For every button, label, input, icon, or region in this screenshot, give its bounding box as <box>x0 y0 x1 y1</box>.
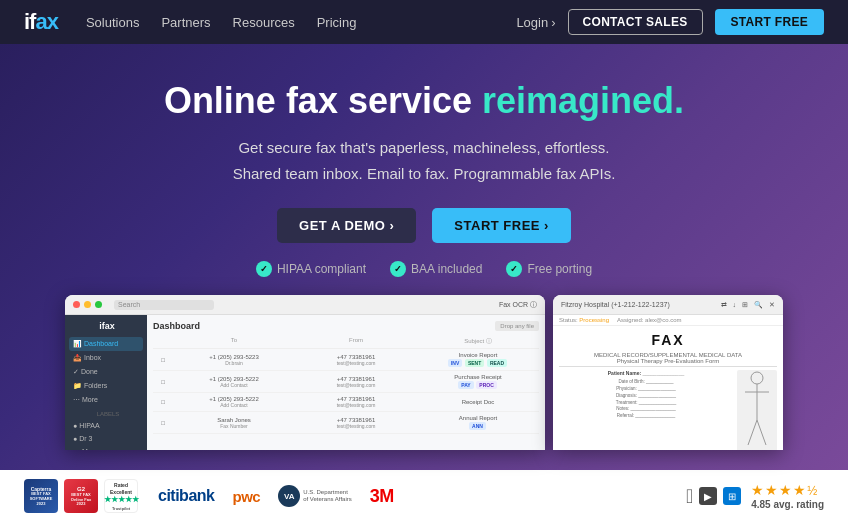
preview-main-header: Dashboard Drop any file <box>153 321 539 331</box>
sidebar-more[interactable]: ⋯ More <box>69 393 143 407</box>
fax-doc-content: Patient Name: _______________ Date of Bi… <box>559 370 777 450</box>
fax-toolbar: ⇄ ↓ ⊞ 🔍 ✕ <box>721 301 776 309</box>
nav-partners[interactable]: Partners <box>161 15 210 30</box>
app-store-section:  ▶ ⊞ <box>686 485 741 508</box>
fax-hospital-name: Fitzroy Hospital (+1-212-122-1237) <box>561 301 670 308</box>
nav-pricing[interactable]: Pricing <box>317 15 357 30</box>
windows-store-icon[interactable]: ⊞ <box>723 487 741 505</box>
search-bar[interactable]: Search <box>114 300 214 310</box>
3m-logo: 3M <box>370 486 394 507</box>
partner-logos: citibank pwc VA U.S. Departmentof Vetera… <box>158 485 686 507</box>
porting-badge: ✓ Free porting <box>506 261 592 277</box>
va-logo: VA U.S. Departmentof Veterans Affairs <box>278 485 352 507</box>
svg-line-4 <box>757 420 766 445</box>
capterra-badge: Capterra BEST FAX SOFTWARE 2023 <box>24 479 58 513</box>
baa-check-icon: ✓ <box>390 261 406 277</box>
logo[interactable]: ifax <box>24 9 58 35</box>
hero-section: Online fax service reimagined. Get secur… <box>0 44 848 470</box>
preview-main: Dashboard Drop any file To From Subject … <box>147 315 545 450</box>
hipaa-check-icon: ✓ <box>256 261 272 277</box>
table-row[interactable]: □ +1 (205) 293-5222Add Contact +47 73381… <box>153 371 539 393</box>
drop-fax-button[interactable]: Drop any file <box>495 321 539 331</box>
sidebar-more2[interactable]: ⋯ More <box>69 445 143 450</box>
hero-buttons: GET A DEMO › START FREE › <box>20 208 828 243</box>
minimize-dot <box>84 301 91 308</box>
dashboard-title: Dashboard <box>153 321 200 331</box>
fax-status-bar: Status: Processing Assigned: alex@co.com <box>553 315 783 326</box>
bottom-bar: Capterra BEST FAX SOFTWARE 2023 G2 BEST … <box>0 470 848 522</box>
citibank-logo: citibank <box>158 487 214 505</box>
fax-document-body: FAX MEDICAL RECORD/SUPPLEMENTAL MEDICAL … <box>553 326 783 450</box>
sidebar-labels-section: LABELS <box>69 411 143 417</box>
svg-line-3 <box>748 420 757 445</box>
demo-button[interactable]: GET A DEMO › <box>277 208 416 243</box>
fax-ocr-label: Fax OCR ⓘ <box>499 300 537 310</box>
sidebar-hipaa[interactable]: ● HIPAA <box>69 419 143 432</box>
apple-store-icon[interactable]:  <box>686 485 693 508</box>
table-row[interactable]: □ +1 (205) 293-5222Add Contact +47 73381… <box>153 393 539 412</box>
trust-badges: ✓ HIPAA compliant ✓ BAA included ✓ Free … <box>20 261 828 277</box>
sidebar-dr3[interactable]: ● Dr 3 <box>69 432 143 445</box>
dashboard-titlebar: Search Fax OCR ⓘ <box>65 295 545 315</box>
rating-section: ★★★★½ 4.85 avg. rating <box>751 482 824 510</box>
fax-document-title: FAX <box>559 332 777 348</box>
hero-start-free-button[interactable]: START FREE › <box>432 208 571 243</box>
preview-sidebar: ifax 📊 Dashboard 📥 Inbox ✓ Done 📁 Folder… <box>65 315 147 450</box>
fax-doc-header: MEDICAL RECORD/SUPPLEMENTAL MEDICAL DATA… <box>559 352 777 367</box>
baa-badge: ✓ BAA included <box>390 261 482 277</box>
fax-titlebar: Fitzroy Hospital (+1-212-122-1237) ⇄ ↓ ⊞… <box>553 295 783 315</box>
fax-preview: Fitzroy Hospital (+1-212-122-1237) ⇄ ↓ ⊞… <box>553 295 783 450</box>
fax-text-column: Patient Name: _______________ Date of Bi… <box>559 370 733 450</box>
fax-body-diagram <box>737 370 777 450</box>
g2-badge: G2 BEST FAX Online Fax 2023 <box>64 479 98 513</box>
star-rating: ★★★★½ <box>751 482 818 498</box>
nav-resources[interactable]: Resources <box>233 15 295 30</box>
login-button[interactable]: Login › <box>516 15 555 30</box>
sidebar-inbox[interactable]: 📥 Inbox <box>69 351 143 365</box>
sidebar-dashboard[interactable]: 📊 Dashboard <box>69 337 143 351</box>
dashboard-preview: Search Fax OCR ⓘ ifax 📊 Dashboard 📥 Inbo… <box>65 295 545 450</box>
hero-title: Online fax service reimagined. <box>20 80 828 121</box>
hero-subtitle: Get secure fax that's paperless, machine… <box>20 135 828 186</box>
svg-point-0 <box>751 372 763 384</box>
avg-rating-text: 4.85 avg. rating <box>751 499 824 510</box>
navbar: ifax Solutions Partners Resources Pricin… <box>0 0 848 44</box>
pwc-logo: pwc <box>232 488 260 505</box>
table-row[interactable]: □ +1 (205) 293-5223Dr.brain +47 73381961… <box>153 349 539 371</box>
porting-check-icon: ✓ <box>506 261 522 277</box>
maximize-dot <box>95 301 102 308</box>
start-free-button[interactable]: START FREE <box>715 9 824 35</box>
nav-right: Login › CONTACT SALES START FREE <box>516 9 824 35</box>
table-row[interactable]: □ Sarah JonesFax Number +47 73381961test… <box>153 412 539 434</box>
contact-sales-button[interactable]: CONTACT SALES <box>568 9 703 35</box>
trustpilot-badge: Rated Excellent ★★★★★ Trustpilot <box>104 479 138 513</box>
play-store-icon[interactable]: ▶ <box>699 487 717 505</box>
preview-body: ifax 📊 Dashboard 📥 Inbox ✓ Done 📁 Folder… <box>65 315 545 450</box>
sidebar-folders[interactable]: 📁 Folders <box>69 379 143 393</box>
nav-links: Solutions Partners Resources Pricing <box>86 15 488 30</box>
table-header: To From Subject ⓘ <box>153 335 539 349</box>
close-dot <box>73 301 80 308</box>
nav-solutions[interactable]: Solutions <box>86 15 139 30</box>
award-badges: Capterra BEST FAX SOFTWARE 2023 G2 BEST … <box>24 479 138 513</box>
app-preview: Search Fax OCR ⓘ ifax 📊 Dashboard 📥 Inbo… <box>20 295 828 450</box>
preview-logo: ifax <box>69 321 143 331</box>
hipaa-badge: ✓ HIPAA compliant <box>256 261 366 277</box>
sidebar-done[interactable]: ✓ Done <box>69 365 143 379</box>
